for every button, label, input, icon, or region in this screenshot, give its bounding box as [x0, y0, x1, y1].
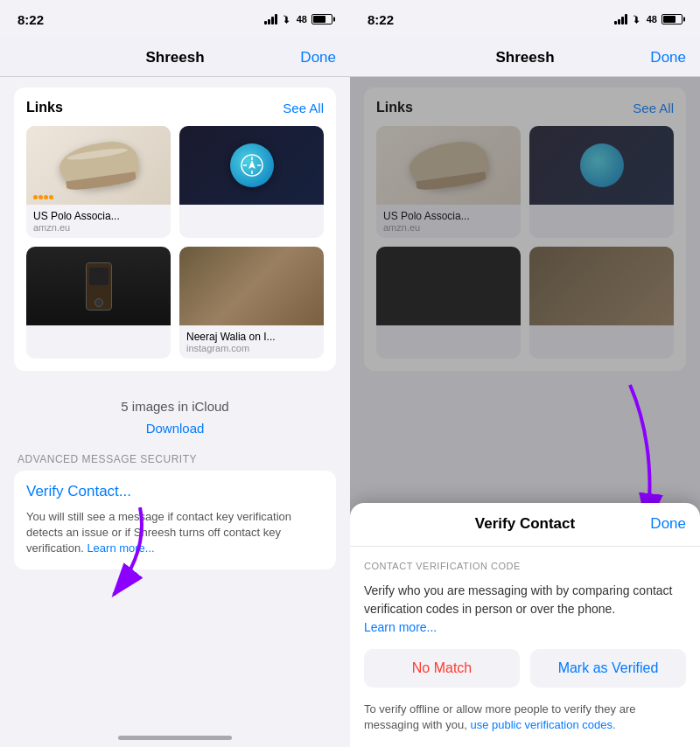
link-domain-insta-r: [536, 343, 667, 353]
nav-bar-right: Shreesh Done: [350, 38, 700, 77]
links-title-right: Links: [376, 100, 413, 115]
battery-icon-left: [312, 14, 332, 24]
links-title-left: Links: [26, 100, 63, 115]
link-meta-safari: [179, 205, 324, 238]
verification-label: CONTACT VERIFICATION CODE: [364, 561, 686, 571]
icloud-section: 5 images in iCloud Download: [0, 381, 350, 453]
link-domain-insta: instagram.com: [186, 343, 317, 353]
mark-verified-button[interactable]: Mark as Verified: [530, 649, 686, 688]
modal-done-button[interactable]: Done: [650, 515, 686, 533]
svg-marker-5: [248, 160, 256, 169]
icloud-text: 5 images in iCloud: [14, 399, 336, 414]
link-domain-safari-r: [536, 222, 667, 233]
link-domain-photo: [33, 343, 164, 353]
link-name-insta-r: [536, 331, 667, 343]
link-thumb-safari-r: [529, 126, 674, 205]
list-item[interactable]: US Polo Associa... amzn.eu: [26, 126, 171, 238]
no-match-button[interactable]: No Match: [364, 649, 520, 688]
status-bar-right: 8:22 ⮯ 48: [350, 0, 700, 38]
learn-more-link-left[interactable]: Learn more...: [87, 541, 154, 555]
link-domain-safari: [186, 222, 317, 233]
link-name-photo-r: [383, 331, 514, 343]
status-icons-right: ⮯ 48: [614, 13, 682, 25]
link-thumb-safari: [179, 126, 324, 205]
icloud-download[interactable]: Download: [14, 421, 336, 436]
list-item[interactable]: [179, 126, 324, 238]
right-panel: 8:22 ⮯ 48 Shreesh Done Links See All: [350, 0, 700, 747]
link-name-shoe: US Polo Associa...: [33, 210, 164, 222]
link-meta-insta: Neeraj Walia on I... instagram.com: [179, 325, 324, 359]
verify-contact-link[interactable]: Verify Contact...: [26, 483, 324, 500]
link-name-insta: Neeraj Walia on I...: [186, 331, 317, 343]
link-thumb-insta-r: [529, 247, 674, 325]
modal-title: Verify Contact: [475, 515, 575, 533]
scroll-area-left[interactable]: Links See All: [0, 77, 350, 747]
verify-description-left: You will still see a message if contact …: [26, 509, 324, 557]
links-header-left: Links See All: [26, 100, 324, 115]
list-item[interactable]: [26, 247, 171, 359]
list-item: [529, 126, 674, 238]
wifi-icon-right: ⮯: [632, 13, 642, 25]
link-thumb-shoe-r: [376, 126, 521, 205]
modal-header: Verify Contact Done: [350, 503, 700, 547]
link-domain-photo-r: [383, 343, 514, 353]
verification-description: Verify who you are messaging with by com…: [364, 582, 686, 637]
link-thumb-photo-r: [376, 247, 521, 325]
link-meta-photo: [26, 325, 171, 359]
links-card-right: Links See All US Polo Associa... amzn.e: [364, 87, 686, 371]
modal-body: CONTACT VERIFICATION CODE Verify who you…: [350, 547, 700, 747]
link-thumb-insta: [179, 247, 324, 325]
signal-icon-right: [614, 14, 627, 24]
battery-number-left: 48: [297, 14, 307, 24]
link-domain-shoe: amzn.eu: [33, 222, 164, 233]
links-grid-left: US Polo Associa... amzn.eu: [26, 126, 324, 359]
verify-modal: Verify Contact Done CONTACT VERIFICATION…: [350, 503, 700, 747]
see-all-left[interactable]: See All: [283, 101, 324, 115]
links-card-left: Links See All: [14, 87, 336, 371]
links-header-right: Links See All: [376, 100, 674, 115]
link-thumb-shoe: [26, 126, 171, 205]
status-time-left: 8:22: [18, 12, 44, 27]
see-all-right: See All: [633, 101, 674, 115]
left-panel: 8:22 ⮯ 48 Shreesh Done Links See All: [0, 0, 350, 747]
nav-done-left[interactable]: Done: [300, 49, 336, 66]
advanced-section-left: ADVANCED MESSAGE SECURITY Verify Contact…: [14, 453, 336, 569]
nav-title-right: Shreesh: [495, 49, 554, 66]
list-item[interactable]: Neeraj Walia on I... instagram.com: [179, 247, 324, 359]
link-thumb-photo: [26, 247, 171, 325]
signal-icon: [264, 14, 277, 24]
link-name-safari: [186, 210, 317, 222]
link-name-shoe-r: US Polo Associa...: [383, 210, 514, 222]
battery-number-right: 48: [647, 14, 657, 24]
links-grid-right: US Polo Associa... amzn.eu: [376, 126, 674, 359]
list-item: [376, 247, 521, 359]
nav-bar-left: Shreesh Done: [0, 38, 350, 77]
advanced-card-left: Verify Contact... You will still see a m…: [14, 471, 336, 569]
link-domain-shoe-r: amzn.eu: [383, 222, 514, 233]
learn-more-link-modal[interactable]: Learn more...: [364, 620, 437, 634]
nav-done-right[interactable]: Done: [650, 49, 686, 66]
battery-icon-right: [662, 14, 682, 24]
list-item: [529, 247, 674, 359]
advanced-label-left: ADVANCED MESSAGE SECURITY: [14, 453, 336, 465]
link-name-photo: [33, 331, 164, 343]
status-time-right: 8:22: [368, 12, 394, 27]
home-indicator-left: [118, 736, 232, 740]
nav-title-left: Shreesh: [145, 49, 204, 66]
verification-buttons: No Match Mark as Verified: [364, 649, 686, 688]
status-icons-left: ⮯ 48: [264, 13, 332, 25]
status-bar-left: 8:22 ⮯ 48: [0, 0, 350, 38]
offline-text: To verify offline or allow more people t…: [364, 702, 686, 733]
link-name-safari-r: [536, 210, 667, 222]
link-meta-shoe: US Polo Associa... amzn.eu: [26, 205, 171, 238]
public-codes-link[interactable]: use public verification codes.: [470, 718, 615, 731]
wifi-icon: ⮯: [282, 13, 292, 25]
list-item: US Polo Associa... amzn.eu: [376, 126, 521, 238]
